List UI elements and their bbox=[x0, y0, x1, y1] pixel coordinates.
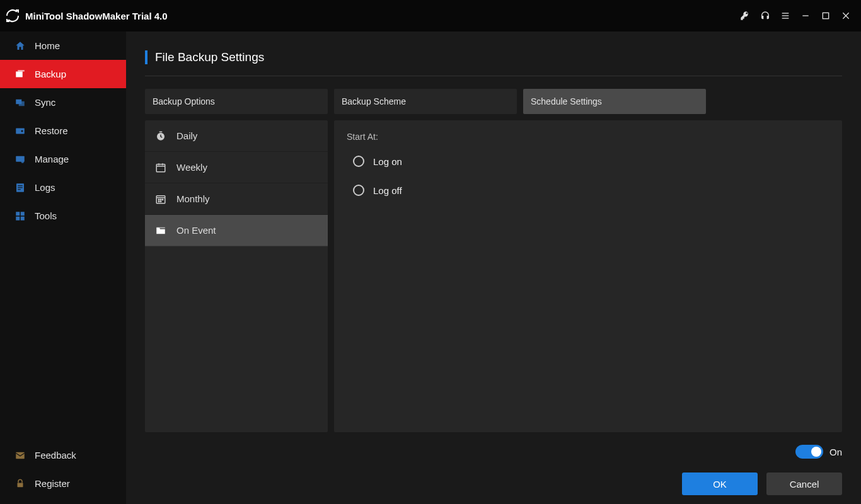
sidebar-item-register[interactable]: Register bbox=[0, 469, 126, 498]
svg-rect-17 bbox=[18, 187, 23, 188]
svg-rect-26 bbox=[159, 131, 163, 132]
ok-button[interactable]: OK bbox=[682, 472, 758, 495]
sidebar-item-feedback[interactable]: Feedback bbox=[0, 441, 126, 469]
svg-point-14 bbox=[21, 160, 25, 163]
svg-rect-2 bbox=[782, 18, 789, 18]
radio-icon bbox=[353, 185, 364, 196]
schedule-detail-panel: Start At: Log on Log off bbox=[334, 120, 842, 432]
svg-rect-19 bbox=[16, 212, 20, 215]
svg-rect-23 bbox=[16, 452, 25, 459]
svg-point-12 bbox=[21, 130, 23, 132]
svg-rect-4 bbox=[823, 13, 828, 18]
sidebar-item-label: Restore bbox=[35, 125, 68, 136]
svg-rect-7 bbox=[16, 71, 23, 77]
toggle-label: On bbox=[829, 447, 842, 457]
sidebar-item-label: Register bbox=[35, 478, 70, 489]
schedule-enabled-toggle[interactable] bbox=[795, 445, 823, 459]
svg-rect-10 bbox=[19, 101, 25, 106]
schedule-option-label: Monthly bbox=[176, 193, 210, 204]
schedule-option-label: Daily bbox=[176, 130, 197, 141]
sync-icon bbox=[14, 96, 26, 109]
svg-rect-22 bbox=[21, 216, 25, 220]
calendar-week-icon bbox=[154, 161, 168, 175]
radio-label: Log off bbox=[373, 185, 402, 196]
svg-rect-1 bbox=[782, 15, 789, 16]
titlebar: MiniTool ShadowMaker Trial 4.0 bbox=[0, 0, 861, 32]
sidebar-item-label: Manage bbox=[35, 154, 69, 164]
schedule-option-label: On Event bbox=[176, 225, 216, 236]
svg-point-36 bbox=[158, 201, 159, 202]
svg-point-35 bbox=[162, 199, 163, 200]
sidebar-item-label: Home bbox=[35, 40, 60, 51]
radio-log-on[interactable]: Log on bbox=[353, 156, 829, 167]
calendar-month-icon bbox=[154, 192, 168, 206]
app-title: MiniTool ShadowMaker Trial 4.0 bbox=[25, 11, 168, 21]
tab-backup-options[interactable]: Backup Options bbox=[145, 89, 328, 114]
heading-divider bbox=[145, 76, 842, 76]
svg-rect-38 bbox=[156, 227, 165, 228]
svg-rect-11 bbox=[16, 128, 25, 134]
headset-icon[interactable] bbox=[756, 7, 774, 25]
svg-rect-27 bbox=[156, 164, 165, 171]
start-at-label: Start At: bbox=[347, 132, 829, 142]
main-panel: File Backup Settings Backup Options Back… bbox=[126, 32, 861, 504]
svg-rect-0 bbox=[782, 13, 789, 13]
schedule-enabled-toggle-row: On bbox=[795, 445, 842, 459]
sidebar-item-restore[interactable]: Restore bbox=[0, 117, 126, 145]
backup-icon bbox=[14, 68, 26, 81]
schedule-option-label: Weekly bbox=[176, 162, 207, 173]
sidebar-item-tools[interactable]: Tools bbox=[0, 202, 126, 230]
manage-icon bbox=[14, 153, 26, 166]
sidebar-item-logs[interactable]: Logs bbox=[0, 173, 126, 202]
register-icon bbox=[14, 478, 26, 490]
sidebar-item-label: Backup bbox=[35, 69, 66, 79]
tab-schedule-settings[interactable]: Schedule Settings bbox=[523, 89, 706, 114]
key-icon[interactable] bbox=[736, 7, 754, 25]
app-logo-icon bbox=[5, 8, 20, 23]
menu-icon[interactable] bbox=[777, 7, 794, 25]
settings-tabs: Backup Options Backup Scheme Schedule Se… bbox=[145, 89, 842, 114]
tab-label: Backup Scheme bbox=[342, 96, 406, 106]
svg-rect-24 bbox=[18, 483, 23, 487]
schedule-option-on-event[interactable]: On Event bbox=[145, 215, 328, 246]
svg-rect-18 bbox=[18, 189, 21, 190]
clock-icon bbox=[154, 129, 168, 143]
logs-icon bbox=[14, 181, 26, 194]
svg-rect-3 bbox=[802, 15, 808, 16]
schedule-option-daily[interactable]: Daily bbox=[145, 120, 328, 152]
tab-label: Backup Options bbox=[153, 96, 215, 106]
cancel-button[interactable]: Cancel bbox=[766, 472, 842, 495]
schedule-option-weekly[interactable]: Weekly bbox=[145, 152, 328, 183]
schedule-type-list: Daily Weekly Monthly On Event bbox=[145, 120, 328, 432]
svg-rect-20 bbox=[21, 212, 25, 215]
radio-icon bbox=[353, 156, 364, 167]
sidebar-item-home[interactable]: Home bbox=[0, 32, 126, 60]
svg-point-33 bbox=[158, 199, 159, 200]
sidebar-item-manage[interactable]: Manage bbox=[0, 145, 126, 173]
svg-rect-16 bbox=[18, 185, 23, 186]
home-icon bbox=[14, 40, 26, 52]
maximize-icon[interactable] bbox=[817, 7, 835, 25]
sidebar-item-label: Logs bbox=[35, 182, 55, 193]
tab-label: Schedule Settings bbox=[531, 96, 602, 106]
folder-icon bbox=[154, 224, 168, 238]
svg-point-34 bbox=[160, 199, 161, 200]
close-icon[interactable] bbox=[837, 7, 855, 25]
heading-accent bbox=[145, 50, 147, 64]
svg-point-37 bbox=[160, 201, 161, 202]
page-title: File Backup Settings bbox=[155, 50, 264, 64]
radio-label: Log on bbox=[373, 156, 402, 167]
sidebar-item-backup[interactable]: Backup bbox=[0, 60, 126, 88]
page-heading: File Backup Settings bbox=[145, 50, 842, 64]
minimize-icon[interactable] bbox=[797, 7, 814, 25]
tools-icon bbox=[14, 210, 26, 222]
tab-backup-scheme[interactable]: Backup Scheme bbox=[334, 89, 517, 114]
sidebar-item-sync[interactable]: Sync bbox=[0, 88, 126, 117]
svg-rect-21 bbox=[16, 216, 20, 220]
radio-log-off[interactable]: Log off bbox=[353, 185, 829, 196]
sidebar: Home Backup Sync Restore Manage Logs bbox=[0, 32, 126, 504]
schedule-option-monthly[interactable]: Monthly bbox=[145, 183, 328, 215]
sidebar-item-label: Tools bbox=[35, 210, 57, 221]
sidebar-item-label: Sync bbox=[35, 97, 55, 108]
feedback-icon bbox=[14, 449, 26, 462]
